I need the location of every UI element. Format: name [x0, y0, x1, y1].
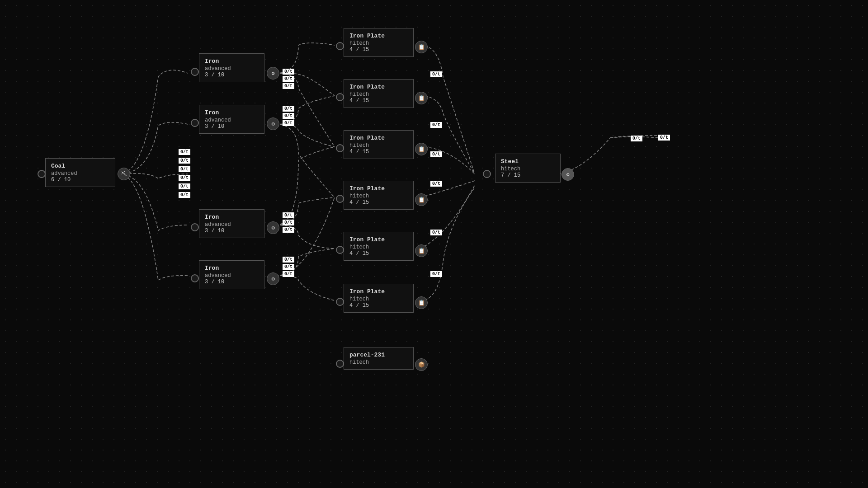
plate3-input-dot: [336, 144, 344, 152]
coal-rate-3: 0/t: [179, 166, 190, 172]
coal-rate-2: 0/t: [179, 158, 190, 164]
plate1-value: 4 / 15: [349, 47, 408, 53]
steel-out-rate: 0/t: [631, 136, 642, 141]
steel-value: 7 / 15: [501, 172, 555, 178]
plate4-title: Iron Plate: [349, 185, 408, 193]
iron1-rate-3: 0/t: [283, 83, 294, 89]
coal-rate-1: 0/t: [179, 149, 190, 155]
plate5-icon: 📋: [415, 244, 428, 257]
iron4-title: Iron: [205, 264, 259, 272]
plate3-node[interactable]: Iron Plate hitech 4 / 15: [344, 130, 414, 159]
plate2-input-dot: [336, 93, 344, 101]
plate6-value: 4 / 15: [349, 302, 408, 309]
steel-icon: ⚙: [561, 168, 574, 181]
parcel-subtitle: hitech: [349, 359, 408, 366]
plate6-node[interactable]: Iron Plate hitech 4 / 15: [344, 284, 414, 313]
plate5-node[interactable]: Iron Plate hitech 4 / 15: [344, 232, 414, 261]
iron3-value: 3 / 10: [205, 228, 259, 234]
plate4-node[interactable]: Iron Plate hitech 4 / 15: [344, 181, 414, 210]
iron2-rate-3: 0/t: [283, 120, 294, 126]
plate4-icon: 📋: [415, 193, 428, 206]
plate5-subtitle: hitech: [349, 244, 408, 250]
iron4-rate-2: 0/t: [283, 264, 294, 270]
iron3-rate-3: 0/t: [283, 227, 294, 233]
coal-value: 6 / 10: [51, 177, 109, 183]
plate3-title: Iron Plate: [349, 134, 408, 142]
plate4-value: 4 / 15: [349, 199, 408, 206]
iron1-subtitle: advanced: [205, 66, 259, 72]
iron2-subtitle: advanced: [205, 117, 259, 123]
plate4-out-rate: 0/t: [430, 181, 442, 187]
coal-rate-4: 0/t: [179, 175, 190, 181]
coal-rate-6: 0/t: [179, 192, 190, 198]
plate1-input-dot: [336, 42, 344, 50]
iron3-input-dot: [191, 223, 199, 231]
iron2-value: 3 / 10: [205, 123, 259, 130]
plate6-icon: 📋: [415, 296, 428, 309]
coal-icon: ⛏: [118, 168, 130, 180]
plate5-out-rate: 0/t: [430, 230, 442, 235]
iron3-icon: ⚙: [267, 221, 279, 234]
plate2-icon: 📋: [415, 92, 428, 104]
steel-node[interactable]: Steel hitech 7 / 15: [495, 154, 561, 183]
steel-title: Steel: [501, 158, 555, 166]
plate1-title: Iron Plate: [349, 32, 408, 40]
plate2-title: Iron Plate: [349, 83, 408, 91]
iron1-icon: ⚙: [267, 67, 279, 80]
plate1-out-rate: 0/t: [430, 71, 442, 77]
iron2-input-dot: [191, 119, 199, 127]
plate5-input-dot: [336, 246, 344, 254]
plate4-input-dot: [336, 195, 344, 203]
steel-input-dot: [483, 170, 491, 178]
plate6-out-rate: 0/t: [430, 271, 442, 277]
iron4-node[interactable]: Iron advanced 3 / 10: [199, 260, 264, 289]
iron1-title: Iron: [205, 57, 259, 66]
plate6-input-dot: [336, 298, 344, 306]
iron2-title: Iron: [205, 109, 259, 117]
coal-input-dot: [38, 170, 46, 178]
iron1-rate-1: 0/t: [283, 69, 294, 75]
iron2-rate-2: 0/t: [283, 113, 294, 119]
coal-rate-5: 0/t: [179, 183, 190, 189]
plate6-title: Iron Plate: [349, 288, 408, 296]
iron4-value: 3 / 10: [205, 279, 259, 285]
plate1-node[interactable]: Iron Plate hitech 4 / 15: [344, 28, 414, 57]
iron2-node[interactable]: Iron advanced 3 / 10: [199, 105, 264, 134]
iron4-rate-3: 0/t: [283, 271, 294, 277]
iron4-subtitle: advanced: [205, 272, 259, 279]
coal-subtitle: advanced: [51, 170, 109, 177]
iron3-subtitle: advanced: [205, 221, 259, 228]
steel-subtitle: hitech: [501, 166, 555, 172]
canvas: Coal advanced 6 / 10 ⛏ 0/t 0/t 0/t 0/t 0…: [0, 0, 868, 488]
plate5-title: Iron Plate: [349, 236, 408, 244]
plate4-subtitle: hitech: [349, 193, 408, 199]
iron3-node[interactable]: Iron advanced 3 / 10: [199, 209, 264, 238]
iron3-rate-1: 0/t: [283, 212, 294, 218]
coal-title: Coal: [51, 162, 109, 170]
plate2-out-rate: 0/t: [430, 122, 442, 128]
plate2-subtitle: hitech: [349, 91, 408, 98]
iron4-icon: ⚙: [267, 272, 279, 285]
iron1-value: 3 / 10: [205, 72, 259, 78]
iron4-input-dot: [191, 274, 199, 282]
iron4-rate-1: 0/t: [283, 257, 294, 263]
plate3-out-rate: 0/t: [430, 151, 442, 157]
plate3-subtitle: hitech: [349, 142, 408, 149]
parcel-input-dot: [336, 360, 344, 368]
plate6-subtitle: hitech: [349, 296, 408, 302]
plate3-value: 4 / 15: [349, 149, 408, 155]
plate3-icon: 📋: [415, 143, 428, 155]
parcel-icon: 📦: [415, 358, 428, 371]
iron2-icon: ⚙: [267, 117, 279, 130]
plate1-icon: 📋: [415, 41, 428, 53]
plate2-node[interactable]: Iron Plate hitech 4 / 15: [344, 79, 414, 108]
iron1-node[interactable]: Iron advanced 3 / 10: [199, 53, 264, 82]
parcel-title: parcel-231: [349, 351, 408, 359]
iron1-input-dot: [191, 68, 199, 76]
plate5-value: 4 / 15: [349, 250, 408, 257]
plate2-value: 4 / 15: [349, 98, 408, 104]
coal-node[interactable]: Coal advanced 6 / 10: [45, 158, 115, 187]
far-right-rate: 0/t: [658, 135, 670, 141]
parcel-node[interactable]: parcel-231 hitech: [344, 347, 414, 370]
iron2-rate-1: 0/t: [283, 106, 294, 112]
